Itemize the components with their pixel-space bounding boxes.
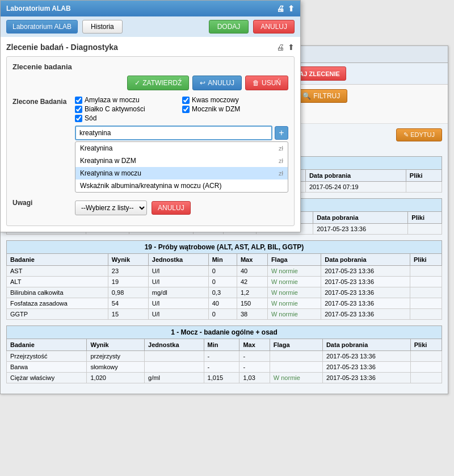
col-jednostka: Jednostka — [148, 254, 208, 266]
anuluj2-button[interactable]: ↩ ANULUJ — [192, 76, 242, 90]
zlecone-badania-row: Zlecone Badania Amylaza w moczu Kwas moc… — [12, 96, 288, 193]
dropdown-item-label: Kreatynina — [80, 144, 112, 152]
edytuj-button[interactable]: ✎ EDYTUJ — [396, 128, 442, 141]
zlecone-badania-content: Amylaza w moczu Kwas moczowy Białko C ak… — [75, 96, 288, 193]
col-data pobrania: Data pobrania — [313, 212, 408, 224]
checkbox-bialko: Białko C aktywności — [75, 105, 181, 113]
checkbox-mocznik-input[interactable] — [182, 106, 190, 113]
inner-panel-icons: 🖨 ⬆ — [276, 43, 295, 52]
lab-section-header-2: 19 - Próby wątrobowe (ALT, AST, ALP, BIL… — [6, 240, 442, 253]
table-row: ALT 19 U/l 0 42 W normie 2017-05-23 13:3… — [7, 277, 442, 287]
col-min: Min — [208, 254, 237, 266]
search-row: + — [75, 126, 288, 140]
col-max: Max — [239, 339, 270, 351]
usun-button[interactable]: 🗑 USUŃ — [245, 76, 288, 90]
col-data pobrania: Data pobrania — [321, 254, 410, 266]
plus-button[interactable]: + — [275, 126, 288, 140]
uwagi-content: --Wybierz z listy-- ANULUJ — [75, 201, 288, 215]
col-min: Min — [204, 339, 239, 351]
col-flaga: Flaga — [267, 254, 321, 266]
panel-section: Zlecenie badania ✓ ZATWIERDŹ ↩ ANULUJ 🗑 … — [6, 56, 295, 226]
zatwierdz-button[interactable]: ✓ ZATWIERDŹ — [127, 76, 189, 90]
col-flaga: Flaga — [270, 339, 322, 351]
top-window-header: Laboratorium ALAB 🖨 ⬆ — [1, 1, 300, 16]
col-badanie: Badanie — [7, 339, 87, 351]
dropdown-item-wskaznik[interactable]: Wskaźnik albumina/kreatynina w moczu (AC… — [75, 179, 288, 192]
col-pliki: Pliki — [410, 339, 442, 351]
dropdown-item-price3: zł — [279, 170, 283, 177]
table-row: Przejrzystość przejrzysty - - 2017-05-23… — [7, 351, 442, 362]
lab-section-2: 19 - Próby wątrobowe (ALT, AST, ALP, BIL… — [6, 240, 442, 320]
dropdown-item-label2: Kreatynina w DZM — [80, 157, 136, 165]
table-row: AST 23 U/l 0 40 W normie 2017-05-23 13:3… — [7, 266, 442, 277]
check-icon: ✓ — [134, 79, 140, 87]
table-row: GGTP 15 U/l 0 38 W normie 2017-05-23 13:… — [7, 309, 442, 320]
panel-section-title: Zlecenie badania — [12, 62, 288, 71]
col-badanie: Badanie — [7, 254, 108, 266]
uwagi-select[interactable]: --Wybierz z listy-- — [75, 201, 147, 215]
checkbox-sod: Sód — [75, 114, 181, 122]
checkbox-amylaza-label: Amylaza w moczu — [85, 96, 140, 104]
checkboxes-grid: Amylaza w moczu Kwas moczowy Białko C ak… — [75, 96, 288, 122]
print-icon[interactable]: 🖨 — [276, 4, 284, 13]
col-pliki: Pliki — [406, 170, 442, 182]
filtruj-button[interactable]: 🔍 FILTRUJ — [295, 89, 347, 103]
lab-select-button[interactable]: Laboratorium ALAB — [6, 20, 78, 34]
dropdown-item-label3: Kreatynina w moczu — [80, 169, 141, 177]
table-row: Fosfataza zasadowa 54 U/l 40 150 W normi… — [7, 298, 442, 309]
inner-panel: Zlecenie badań - Diagnostyka 🖨 ⬆ Zleceni… — [1, 37, 300, 232]
historia-button[interactable]: Historia — [82, 20, 123, 34]
top-window-header-icons: 🖨 ⬆ — [276, 4, 295, 13]
checkbox-amylaza-input[interactable] — [75, 97, 82, 104]
lab-table-2: BadanieWynikJednostkaMinMaxFlagaData pob… — [6, 253, 442, 320]
checkbox-sod-input[interactable] — [75, 115, 82, 122]
checkbox-kwas-label: Kwas moczowy — [192, 96, 239, 104]
expand-icon2[interactable]: ⬆ — [288, 43, 295, 52]
lab-section-header-3: 1 - Mocz - badanie ogólne + osad — [6, 325, 442, 339]
checkbox-mocznik-label: Mocznik w DZM — [192, 105, 240, 113]
dropdown-item-price2: zł — [279, 157, 283, 164]
dropdown-item-price: zł — [279, 145, 283, 152]
panel-actions: ✓ ZATWIERDŹ ↩ ANULUJ 🗑 USUŃ — [12, 76, 288, 90]
checkbox-bialko-input[interactable] — [75, 106, 82, 113]
table-row: Ciężar właściwy 1,020 g/ml 1,015 1,03 W … — [7, 373, 442, 383]
anuluj-small-button[interactable]: ANULUJ — [152, 201, 191, 215]
inner-panel-header: Zlecenie badań - Diagnostyka 🖨 ⬆ — [6, 43, 295, 52]
checkbox-bialko-label: Białko C aktywności — [85, 105, 145, 113]
dropdown-item-label4: Wskaźnik albumina/kreatynina w moczu (AC… — [80, 182, 221, 190]
lab-section-3: 1 - Mocz - badanie ogólne + osadBadanieW… — [6, 325, 442, 383]
col-data pobrania: Data pobrania — [322, 339, 410, 351]
top-window-title: Laboratorium ALAB — [6, 5, 71, 12]
dropdown-item-kreatynina-dzm[interactable]: Kreatynina w DZM zł — [75, 155, 288, 167]
col-wynik: Wynik — [87, 339, 145, 351]
checkbox-mocznik: Mocznik w DZM — [182, 105, 288, 113]
dodaj-button[interactable]: DODAJ — [209, 20, 249, 34]
col-wynik: Wynik — [108, 254, 148, 266]
col-max: Max — [237, 254, 267, 266]
lab-table-3: BadanieWynikJednostkaMinMaxFlagaData pob… — [6, 339, 442, 383]
top-window: Laboratorium ALAB 🖨 ⬆ Laboratorium ALAB … — [0, 0, 301, 232]
top-window-toolbar: Laboratorium ALAB Historia DODAJ ANULUJ — [1, 16, 300, 37]
col-pliki: Pliki — [408, 212, 442, 224]
dropdown-item-kreatynina-moczu[interactable]: Kreatynina w moczu zł — [75, 167, 288, 179]
table-row: Bilirubina całkowita 0,98 mg/dl 0,3 1,2 … — [7, 287, 442, 298]
dropdown-item-kreatynina[interactable]: Kreatynina zł — [75, 142, 288, 155]
search-icon: 🔍 — [302, 92, 311, 100]
uwagi-label: Uwagi — [12, 197, 75, 207]
anuluj-top-button[interactable]: ANULUJ — [253, 20, 295, 34]
checkbox-kwas: Kwas moczowy — [182, 96, 288, 104]
checkbox-amylaza: Amylaza w moczu — [75, 96, 181, 104]
expand-icon[interactable]: ⬆ — [288, 4, 295, 13]
col-data pobrania: Data pobrania — [305, 170, 406, 182]
dropdown-list: Kreatynina zł Kreatynina w DZM zł Kreaty… — [75, 141, 288, 193]
search-input[interactable] — [75, 126, 272, 140]
print-icon2[interactable]: 🖨 — [276, 43, 284, 52]
checkbox-kwas-input[interactable] — [182, 97, 190, 104]
trash-icon: 🗑 — [253, 79, 259, 87]
col-jednostka: Jednostka — [145, 339, 204, 351]
col-pliki: Pliki — [410, 254, 442, 266]
checkbox-sod-label: Sód — [85, 114, 96, 122]
table-row: Barwa słomkowy - - 2017-05-23 13:36 — [7, 362, 442, 373]
inner-panel-title: Zlecenie badań - Diagnostyka — [6, 43, 118, 52]
zlecone-badania-label: Zlecone Badania — [12, 96, 75, 106]
